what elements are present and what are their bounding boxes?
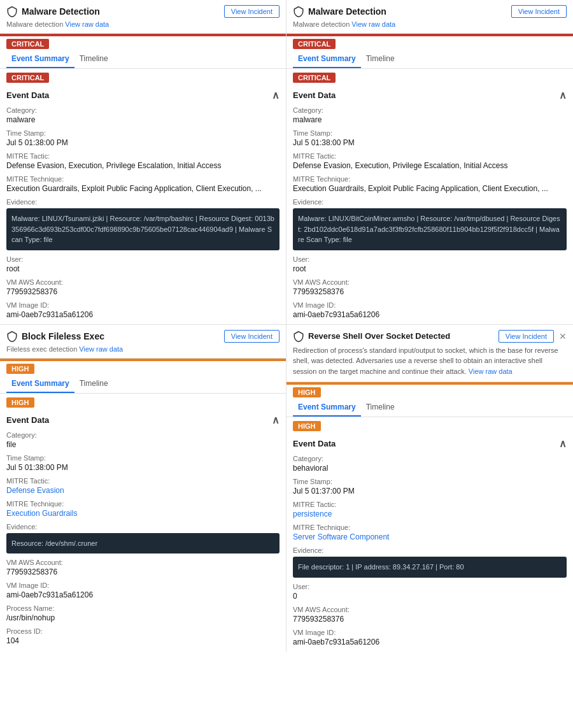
right-rs-timestamp-value: Jul 5 01:37:00 PM [293,487,567,496]
right-reverse-shell-tab-event-summary[interactable]: Event Summary [293,399,361,417]
left-fileless-inner-severity-wrapper: HIGH [0,394,286,409]
right-malware-tab-timeline[interactable]: Timeline [361,50,400,68]
left-malware-tab-timeline[interactable]: Timeline [74,50,113,68]
left-malware-user-value: root [6,264,279,273]
right-rs-mitre-technique-label: MITRE Technique: [293,524,567,531]
right-reverse-shell-card: Reverse Shell Over Socket Detected View … [286,325,573,652]
left-fileless-title: Block Fileless Exec [6,331,104,342]
right-malware-aws-label: VM AWS Account: [293,278,567,286]
left-fileless-mitre-tactic-value[interactable]: Defense Evasion [6,486,279,495]
right-rs-mitre-technique-value[interactable]: Server Software Component [293,532,567,541]
left-malware-category-value: malware [6,115,279,124]
left-malware-mitre-tactic-value: Defense Evasion, Execution, Privilege Es… [6,161,279,170]
shield-icon [6,6,18,17]
left-malware-tab-event-summary[interactable]: Event Summary [6,50,74,68]
right-reverse-shell-raw-data-link[interactable]: View raw data [469,368,513,375]
left-fileless-title-row: Block Fileless Exec View Incident [6,330,279,343]
left-fileless-severity-badge-wrapper: HIGH [0,361,286,374]
right-reverse-shell-inner-severity-wrapper: HIGH [286,417,573,432]
left-fileless-mitre-technique-value[interactable]: Execution Guardrails [6,509,279,518]
right-malware-subtitle: Malware detection View raw data [293,20,567,28]
left-fileless-event-data-header: Event Data ∧ [6,414,279,426]
right-rs-aws-label: VM AWS Account: [293,606,567,613]
right-malware-category-value: malware [293,115,567,124]
left-malware-detection-card: Malware Detection View Incident Malware … [0,0,286,324]
left-fileless-tab-event-summary[interactable]: Event Summary [6,375,74,393]
left-fileless-raw-data-link[interactable]: View raw data [79,345,123,353]
left-fileless-process-name-label: Process Name: [6,604,279,612]
right-reverse-shell-inner-severity-badge: HIGH [293,421,321,431]
right-malware-severity-badge: CRITICAL [293,39,336,49]
left-malware-timestamp-label: Time Stamp: [6,129,279,137]
right-malware-user-label: User: [293,255,567,263]
left-malware-event-data-header: Event Data ∧ [6,89,279,101]
right-malware-collapse-icon[interactable]: ∧ [559,89,567,101]
left-malware-vmimage-label: VM Image ID: [6,301,279,309]
left-fileless-category-value: file [6,440,279,449]
right-rs-user-value: 0 [293,592,567,601]
right-reverse-shell-description: Redirection of process's standard input/… [293,345,567,377]
right-rs-mitre-tactic-value[interactable]: persistence [293,510,567,518]
left-malware-mitre-tactic-label: MITRE Tactic: [6,152,279,160]
right-rs-category-label: Category: [293,455,567,462]
right-malware-raw-data-link[interactable]: View raw data [351,20,395,28]
left-malware-view-incident-button[interactable]: View Incident [224,5,279,18]
right-malware-mitre-technique-value: Execution Guardrails, Exploit Public Fac… [293,184,567,193]
left-malware-event-section: Event Data ∧ Category: malware Time Stam… [0,84,286,324]
right-malware-mitre-tactic-value: Defense Evasion, Execution, Privilege Es… [293,161,567,170]
left-malware-tabs: Event Summary Timeline [0,50,286,69]
right-rs-vmimage-label: VM Image ID: [293,629,567,636]
right-reverse-shell-title: Reverse Shell Over Socket Detected [293,331,450,342]
right-rs-category-value: behavioral [293,464,567,473]
left-fileless-vmimage-label: VM Image ID: [6,582,279,589]
left-malware-inner-severity-wrapper: CRITICAL [0,69,286,84]
left-malware-severity-badge-wrapper: CRITICAL [0,36,286,49]
left-malware-raw-data-link[interactable]: View raw data [65,20,109,28]
right-reverse-shell-close-icon[interactable]: ✕ [559,331,567,341]
left-fileless-fields: Category: file Time Stamp: Jul 5 01:38:0… [6,431,279,646]
left-fileless-category-label: Category: [6,431,279,439]
right-malware-timestamp-label: Time Stamp: [293,129,567,137]
right-malware-title-row: Malware Detection View Incident [293,5,567,18]
right-panel: Malware Detection View Incident Malware … [286,0,573,652]
right-reverse-shell-fields: Category: behavioral Time Stamp: Jul 5 0… [293,455,567,646]
right-malware-vmimage-value: ami-0aeb7c931a5a61206 [293,310,567,319]
left-fileless-vmimage-value: ami-0aeb7c931a5a61206 [6,590,279,599]
left-fileless-process-id-label: Process ID: [6,627,279,635]
right-malware-header: Malware Detection View Incident Malware … [286,0,573,34]
left-malware-header: Malware Detection View Incident Malware … [0,0,286,34]
left-malware-collapse-icon[interactable]: ∧ [272,89,279,101]
left-malware-timestamp-value: Jul 5 01:38:00 PM [6,138,279,147]
left-fileless-collapse-icon[interactable]: ∧ [272,414,279,426]
left-fileless-view-incident-button[interactable]: View Incident [224,330,279,343]
right-rs-aws-value: 779593258376 [293,615,567,624]
right-reverse-shell-severity-badge: HIGH [293,387,321,397]
right-rs-user-label: User: [293,583,567,590]
right-malware-event-data-header: Event Data ∧ [293,89,567,101]
left-fileless-mitre-tactic-label: MITRE Tactic: [6,477,279,485]
left-fileless-tab-timeline[interactable]: Timeline [74,375,113,393]
left-fileless-inner-severity-badge: HIGH [6,397,34,408]
right-malware-view-incident-button[interactable]: View Incident [511,5,567,18]
right-reverse-shell-view-incident-button[interactable]: View Incident [499,330,554,343]
left-fileless-shield-icon [6,331,18,342]
left-fileless-severity-badge: HIGH [6,364,34,374]
left-malware-mitre-technique-label: MITRE Technique: [6,175,279,183]
left-malware-title: Malware Detection [6,6,100,17]
left-malware-title-row: Malware Detection View Incident [6,5,279,18]
right-rs-mitre-tactic-label: MITRE Tactic: [293,501,567,508]
right-reverse-shell-collapse-icon[interactable]: ∧ [559,438,567,450]
right-malware-evidence-value: Malware: LINUX/BitCoinMiner.wmsho | Reso… [293,208,567,250]
left-fileless-subtitle: Fileless exec detection View raw data [6,345,279,353]
right-reverse-shell-tab-timeline[interactable]: Timeline [361,399,400,417]
right-malware-title: Malware Detection [293,6,386,17]
left-malware-fields: Category: malware Time Stamp: Jul 5 01:3… [6,106,279,319]
left-fileless-mitre-technique-label: MITRE Technique: [6,500,279,508]
left-fileless-timestamp-label: Time Stamp: [6,454,279,462]
left-block-fileless-card: Block Fileless Exec View Incident Filele… [0,325,286,651]
right-malware-tab-event-summary[interactable]: Event Summary [293,50,361,68]
left-fileless-event-section: Event Data ∧ Category: file Time Stamp: … [0,409,286,651]
left-fileless-process-name-value: /usr/bin/nohup [6,613,279,622]
right-malware-vmimage-label: VM Image ID: [293,301,567,309]
left-panel: Malware Detection View Incident Malware … [0,0,286,652]
